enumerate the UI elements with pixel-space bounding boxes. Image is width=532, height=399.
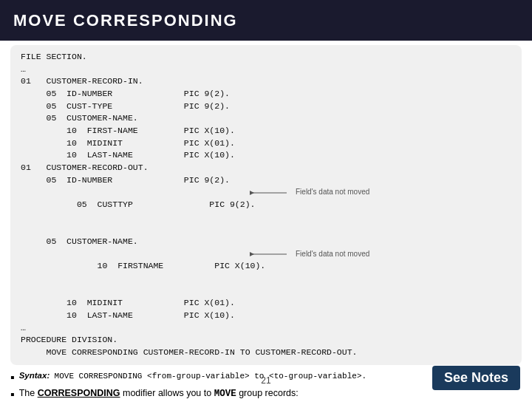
- desc-text: The CORRESPONDING modifier allows you to…: [19, 388, 299, 399]
- page-title: MOVE CORRESPONDING: [13, 11, 238, 30]
- code-line-8: 10 MIDINIT PIC X(01).: [21, 137, 511, 150]
- svg-marker-3: [250, 252, 254, 256]
- code-line-2: …: [21, 64, 511, 76]
- code-box: FILE SECTION. … 01 CUSTOMER-RECORD-IN. 0…: [10, 45, 522, 365]
- code-line-1: FILE SECTION.: [21, 51, 511, 64]
- custtyp-code: 05 CUSTTYP PIC 9(2).: [51, 200, 265, 209]
- code-line-7: 10 FIRST-NAME PIC X(10).: [21, 125, 511, 137]
- not-moved-label-1: Field's data not moved: [296, 187, 369, 198]
- page-header: MOVE CORRESPONDING: [0, 0, 532, 41]
- not-moved-label-2: Field's data not moved: [296, 249, 369, 260]
- arrow-not-moved-1: [250, 189, 294, 197]
- code-line-10: 01 CUSTOMER-RECORD-OUT.: [21, 162, 511, 174]
- code-line-15: 10 MIDINIT PIC X(01).: [21, 297, 511, 310]
- keyword-corresponding: CORRESPONDING: [38, 388, 120, 398]
- code-line-19: MOVE CORRESPONDING CUSTOMER-RECORD-IN TO…: [21, 347, 511, 359]
- code-line-13: 05 CUSTOMER-NAME.: [21, 236, 511, 248]
- syntax-label: Syntax:: [19, 371, 50, 380]
- code-line-5: 05 CUST-TYPE PIC 9(2).: [21, 100, 511, 113]
- code-line-12: 05 CUSTTYP PIC 9(2). Field's data not mo…: [21, 186, 511, 236]
- syntax-content: Syntax: MOVE CORRESPONDING <from-group-v…: [19, 371, 366, 381]
- desc-bullet: ▪: [10, 388, 15, 399]
- code-line-9: 10 LAST-NAME PIC X(10).: [21, 149, 511, 162]
- arrow-not-moved-2: [250, 250, 294, 258]
- syntax-code: MOVE CORRESPONDING <from-group-variable>…: [55, 372, 366, 381]
- code-line-4: 05 ID-NUMBER PIC 9(2).: [21, 88, 511, 100]
- firstname-code: 10 FIRSTNAME PIC X(10).: [51, 261, 270, 270]
- code-line-3: 01 CUSTOMER-RECORD-IN.: [21, 75, 511, 88]
- page-number: 21: [261, 375, 270, 386]
- main-content: FILE SECTION. … 01 CUSTOMER-RECORD-IN. 0…: [0, 41, 532, 399]
- code-line-14: 10 FIRSTNAME PIC X(10). Field's data not…: [21, 248, 511, 298]
- code-line-18: PROCEDURE DIVISION.: [21, 334, 511, 347]
- code-line-16: 10 LAST-NAME PIC X(10).: [21, 310, 511, 322]
- syntax-bullet: ▪: [10, 372, 15, 383]
- code-line-6: 05 CUSTOMER-NAME.: [21, 112, 511, 125]
- corresponding-underline: CORRESPONDING: [38, 388, 120, 398]
- svg-marker-1: [250, 191, 254, 195]
- keyword-move: MOVE: [214, 389, 236, 399]
- code-line-17: …: [21, 322, 511, 335]
- see-notes-button[interactable]: See Notes: [432, 366, 520, 390]
- code-line-11: 05 ID-NUMBER PIC 9(2).: [21, 174, 511, 187]
